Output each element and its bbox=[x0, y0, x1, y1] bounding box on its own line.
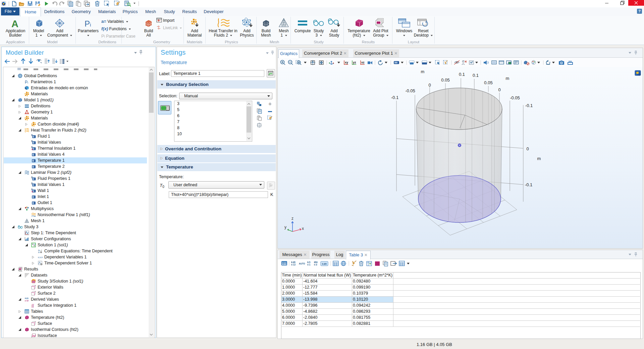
svg-text:x: x bbox=[302, 226, 304, 231]
svg-text:m: m bbox=[506, 76, 509, 81]
svg-text:yz: yz bbox=[353, 61, 356, 64]
svg-text:0: 0 bbox=[428, 83, 431, 88]
svg-text:-0.1: -0.1 bbox=[391, 95, 398, 100]
svg-text:AUTO: AUTO bbox=[299, 262, 305, 265]
svg-text:e-1: e-1 bbox=[307, 263, 311, 266]
svg-text:-0.05: -0.05 bbox=[510, 95, 520, 100]
svg-text:850: 850 bbox=[314, 261, 318, 263]
svg-text:0.1: 0.1 bbox=[459, 72, 465, 77]
svg-text:z: z bbox=[291, 216, 293, 221]
svg-text:-0.05: -0.05 bbox=[405, 88, 415, 93]
svg-text:8.85: 8.85 bbox=[291, 261, 296, 263]
svg-text:0.85: 0.85 bbox=[322, 263, 327, 265]
svg-text:m: m bbox=[537, 156, 541, 161]
svg-text:0.05: 0.05 bbox=[484, 80, 492, 85]
svg-text:m: m bbox=[421, 69, 425, 74]
svg-text:xy: xy bbox=[345, 61, 348, 64]
svg-text:0.05: 0.05 bbox=[441, 78, 449, 83]
svg-text:y: y bbox=[284, 225, 286, 230]
svg-text:xz: xz bbox=[361, 61, 365, 64]
svg-text:8.5: 8.5 bbox=[307, 261, 310, 263]
svg-text:e-3: e-3 bbox=[314, 263, 317, 266]
svg-text:0: 0 bbox=[498, 87, 500, 92]
svg-text:e-12: e-12 bbox=[291, 263, 296, 266]
svg-text:-0.1: -0.1 bbox=[525, 182, 532, 187]
svg-text:-0.1: -0.1 bbox=[525, 103, 533, 108]
svg-text:0: 0 bbox=[526, 146, 529, 151]
svg-text:0.1: 0.1 bbox=[473, 73, 479, 78]
